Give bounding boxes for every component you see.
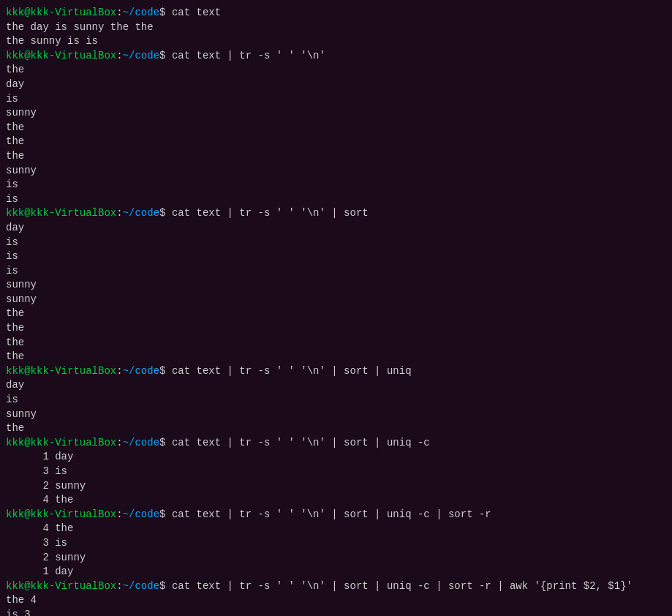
prompt-line: kkk@kkk-VirtualBox:~/code$ cat text | tr… [6, 436, 666, 451]
output-line: sunny [6, 278, 666, 293]
command-text: cat text [172, 7, 221, 18]
output-line: the [6, 135, 666, 149]
output-line: the [6, 121, 666, 135]
output-line: 3 is [6, 465, 666, 479]
command-text: cat text | tr -s ' ' '\n' | sort | uniq … [172, 508, 491, 520]
prompt-path: ~/code [123, 50, 159, 61]
output-line: is [6, 192, 666, 207]
output-line: the day is sunny the the [6, 20, 666, 35]
output-line: 4 the [6, 522, 666, 536]
prompt-path: ~/code [123, 508, 159, 520]
command-text: cat text | tr -s ' ' '\n' | sort | uniq … [172, 580, 633, 592]
output-line: day [6, 378, 666, 393]
output-line: 1 day [6, 565, 666, 579]
output-line: sunny [6, 407, 666, 422]
output-line: the [6, 421, 666, 436]
output-line: the [6, 149, 666, 164]
prompt-user: kkk@kkk-VirtualBox [6, 50, 116, 61]
prompt-user: kkk@kkk-VirtualBox [6, 437, 116, 448]
output-line: sunny [6, 106, 666, 121]
prompt-path: ~/code [123, 207, 159, 219]
output-line: the [6, 321, 666, 336]
output-line: sunny [6, 164, 666, 179]
command-text: cat text | tr -s ' ' '\n' [172, 50, 325, 61]
output-line: is 3 [6, 608, 666, 616]
output-line: 2 sunny [6, 551, 666, 566]
output-line: day [6, 78, 666, 92]
output-line: is [6, 92, 666, 107]
prompt-user: kkk@kkk-VirtualBox [6, 365, 116, 377]
output-line: the sunny is is [6, 34, 666, 49]
prompt-user: kkk@kkk-VirtualBox [6, 580, 116, 592]
command-text: cat text | tr -s ' ' '\n' | sort | uniq … [172, 437, 430, 448]
output-line: the [6, 350, 666, 364]
output-line: the [6, 307, 666, 321]
prompt-path: ~/code [123, 7, 159, 18]
prompt-path: ~/code [123, 580, 159, 592]
prompt-path: ~/code [123, 437, 159, 448]
output-line: is [6, 236, 666, 250]
output-line: 4 the [6, 493, 666, 508]
output-line: 3 is [6, 536, 666, 551]
output-line: is [6, 393, 666, 407]
command-text: cat text | tr -s ' ' '\n' | sort | uniq [172, 365, 412, 377]
output-line: is [6, 264, 666, 279]
prompt-line: kkk@kkk-VirtualBox:~/code$ cat text | tr… [6, 364, 666, 379]
output-line: the 4 [6, 593, 666, 608]
prompt-line: kkk@kkk-VirtualBox:~/code$ cat text [6, 6, 666, 20]
prompt-line: kkk@kkk-VirtualBox:~/code$ cat text | tr… [6, 508, 666, 522]
command-text: cat text | tr -s ' ' '\n' | sort [172, 207, 369, 219]
output-line: the [6, 63, 666, 78]
output-line: day [6, 221, 666, 236]
prompt-path: ~/code [123, 365, 159, 377]
prompt-line: kkk@kkk-VirtualBox:~/code$ cat text | tr… [6, 579, 666, 594]
prompt-line: kkk@kkk-VirtualBox:~/code$ cat text | tr… [6, 206, 666, 221]
output-line: the [6, 336, 666, 350]
output-line: is [6, 249, 666, 264]
prompt-user: kkk@kkk-VirtualBox [6, 207, 116, 219]
output-line: sunny [6, 293, 666, 307]
output-line: 1 day [6, 450, 666, 465]
output-line: 2 sunny [6, 479, 666, 494]
prompt-user: kkk@kkk-VirtualBox [6, 7, 116, 18]
output-line: is [6, 178, 666, 192]
prompt-line: kkk@kkk-VirtualBox:~/code$ cat text | tr… [6, 49, 666, 64]
prompt-user: kkk@kkk-VirtualBox [6, 508, 116, 520]
terminal: kkk@kkk-VirtualBox:~/code$ cat textthe d… [6, 6, 666, 616]
